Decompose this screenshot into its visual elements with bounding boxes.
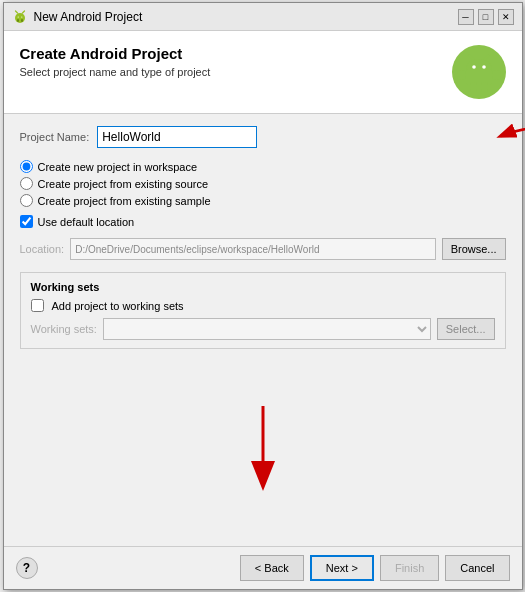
bottom-bar: ? < Back Next > Finish Cancel <box>4 546 522 589</box>
back-button[interactable]: < Back <box>240 555 304 581</box>
svg-point-4 <box>17 16 18 17</box>
select-button[interactable]: Select... <box>437 318 495 340</box>
default-location-row: Use default location <box>20 215 506 228</box>
location-label: Location: <box>20 243 65 255</box>
header-subtitle: Select project name and type of project <box>20 66 211 78</box>
default-location-label: Use default location <box>38 216 135 228</box>
header-text: Create Android Project Select project na… <box>20 45 211 78</box>
header-section: Create Android Project Select project na… <box>4 31 522 114</box>
add-working-sets-row: Add project to working sets <box>31 299 495 312</box>
add-working-sets-label: Add project to working sets <box>52 300 184 312</box>
svg-rect-7 <box>21 19 23 22</box>
browse-button[interactable]: Browse... <box>442 238 506 260</box>
svg-point-5 <box>21 16 22 17</box>
header-title: Create Android Project <box>20 45 211 62</box>
project-name-wrapper <box>97 126 505 148</box>
working-sets-title: Working sets <box>31 281 495 293</box>
radio-row-3: Create project from existing sample <box>20 194 506 207</box>
android-logo <box>452 45 506 99</box>
working-sets-box: Working sets Add project to working sets… <box>20 272 506 349</box>
radio-existing-source[interactable] <box>20 177 33 190</box>
radio-label-2: Create project from existing source <box>38 178 209 190</box>
svg-rect-10 <box>466 69 492 85</box>
radio-group: Create new project in workspace Create p… <box>20 160 506 207</box>
radio-label-1: Create new project in workspace <box>38 161 198 173</box>
form-section: Project Name: Create new project in <box>4 114 522 546</box>
title-bar-icon <box>12 9 28 25</box>
svg-line-2 <box>15 11 17 13</box>
svg-rect-18 <box>481 82 488 92</box>
cancel-button[interactable]: Cancel <box>445 555 509 581</box>
default-location-checkbox[interactable] <box>20 215 33 228</box>
arrow-right-annotation <box>486 118 526 158</box>
maximize-button[interactable]: □ <box>478 9 494 25</box>
help-button[interactable]: ? <box>16 557 38 579</box>
close-button[interactable]: ✕ <box>498 9 514 25</box>
svg-rect-17 <box>470 82 477 92</box>
arrow-area <box>20 357 506 534</box>
svg-rect-15 <box>457 70 466 80</box>
svg-point-11 <box>472 65 476 69</box>
svg-rect-16 <box>492 70 501 80</box>
dialog: New Android Project ─ □ ✕ Create Android… <box>3 2 523 590</box>
svg-point-12 <box>482 65 486 69</box>
location-row: Location: Browse... <box>20 238 506 260</box>
finish-button[interactable]: Finish <box>380 555 439 581</box>
working-sets-input-row: Working sets: Select... <box>31 318 495 340</box>
add-working-sets-checkbox[interactable] <box>31 299 44 312</box>
button-group: < Back Next > Finish Cancel <box>240 555 510 581</box>
arrow-down-annotation <box>233 401 293 491</box>
radio-new-workspace[interactable] <box>20 160 33 173</box>
working-sets-select[interactable] <box>103 318 431 340</box>
dialog-title: New Android Project <box>34 10 458 24</box>
working-sets-label: Working sets: <box>31 323 97 335</box>
title-bar-controls: ─ □ ✕ <box>458 9 514 25</box>
next-button[interactable]: Next > <box>310 555 374 581</box>
minimize-button[interactable]: ─ <box>458 9 474 25</box>
title-bar: New Android Project ─ □ ✕ <box>4 3 522 31</box>
radio-existing-sample[interactable] <box>20 194 33 207</box>
project-name-input[interactable] <box>97 126 257 148</box>
project-name-label: Project Name: <box>20 131 90 143</box>
radio-row-1: Create new project in workspace <box>20 160 506 173</box>
location-input[interactable] <box>70 238 435 260</box>
svg-rect-6 <box>17 19 19 22</box>
svg-line-3 <box>22 11 24 13</box>
radio-row-2: Create project from existing source <box>20 177 506 190</box>
radio-label-3: Create project from existing sample <box>38 195 211 207</box>
project-name-row: Project Name: <box>20 126 506 148</box>
